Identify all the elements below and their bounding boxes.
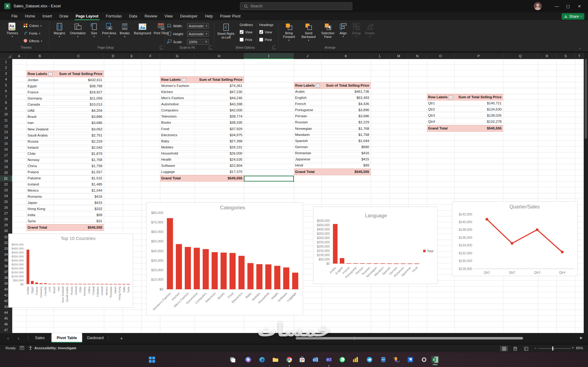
menu-tab-developer[interactable]: Developer (176, 12, 201, 20)
checkbox-icon[interactable]: ✓ (240, 30, 244, 34)
pivot-label-cell[interactable]: Hindi (294, 163, 321, 168)
pivot-value-cell[interactable]: $31 (54, 218, 104, 224)
pivot-value-cell[interactable]: $1,768 (54, 157, 104, 163)
column-header-H[interactable]: H (195, 53, 244, 59)
pivot-label-cell[interactable]: Iran (26, 120, 54, 126)
ribbon-width--dropdown[interactable]: Automatic▾ (187, 23, 209, 29)
new-sheet-button[interactable]: + (120, 336, 123, 341)
column-header-G[interactable]: G (160, 53, 195, 59)
pivot-label-cell[interactable]: Row Labels↓ (294, 83, 321, 88)
power-bi-icon[interactable] (351, 356, 359, 364)
pivot-label-cell[interactable]: Luggage (160, 169, 195, 175)
ribbon-collapse-icon[interactable]: ⌄ (579, 46, 581, 50)
row-header-44[interactable]: 44 (0, 310, 12, 316)
pivot-value-cell[interactable]: $74,361 (195, 83, 244, 89)
start-button[interactable] (148, 356, 156, 364)
share-button[interactable]: Share ▾ (562, 13, 584, 20)
pivot-value-cell[interactable]: $22,804 (195, 163, 244, 169)
dialog-launcher-icon[interactable] (273, 46, 276, 49)
row-header-4[interactable]: 4 (0, 77, 12, 82)
teams-icon[interactable]: T (325, 356, 333, 364)
pivot-label-cell[interactable]: Mobiles (160, 144, 195, 150)
pivot-label-cell[interactable]: Saudi Arabia (26, 133, 54, 138)
row-header-46[interactable]: 46 (0, 321, 12, 327)
column-header-R[interactable]: R (538, 53, 556, 59)
ribbon-gridlines-view-checkbox[interactable]: ✓View (240, 30, 252, 34)
chart-language[interactable]: Language$500,000$450,000$400,000$350,000… (313, 207, 438, 284)
pivot-label-cell[interactable]: Japanese (294, 156, 321, 162)
pivot-label-cell[interactable]: Software (160, 163, 195, 169)
column-header-Q[interactable]: Q (503, 53, 538, 59)
pivot-value-cell[interactable]: $42,000 (195, 107, 244, 113)
ribbon-orientation-button[interactable]: Orientation▾ (69, 22, 87, 39)
close-button[interactable]: ✕ (574, 0, 585, 12)
pivot-value-cell[interactable]: $2,229 (54, 139, 104, 144)
row-header-19[interactable]: 19 (0, 164, 12, 170)
pivot-value-cell[interactable]: $34,975 (195, 132, 244, 138)
files-app-icon[interactable] (406, 356, 414, 364)
menu-tab-home[interactable]: Home (21, 12, 39, 20)
ribbon-headings-print-checkbox[interactable]: Print (259, 38, 272, 42)
column-header-F[interactable]: F (141, 53, 160, 59)
pivot-label-cell[interactable]: India (26, 212, 54, 218)
ribbon-effects-button[interactable]: Effects▾ (23, 39, 42, 43)
pivot-label-cell[interactable]: Canada (26, 102, 54, 107)
sheet-nav-right-icon[interactable]: › (18, 336, 19, 341)
chrome-icon[interactable] (285, 356, 293, 364)
row-header-28[interactable]: 28 (0, 216, 12, 222)
row-header-21[interactable]: 21 (0, 176, 12, 182)
horizontal-scrollbar-thumb[interactable] (296, 337, 523, 339)
pivot-value-cell[interactable]: $1,768 (321, 126, 371, 132)
ribbon-print-area-button[interactable]: Print Area▾ (101, 22, 117, 39)
row-header-47[interactable]: 47 (0, 327, 12, 333)
menu-tab-page-layout[interactable]: Page Layout (72, 12, 102, 20)
pivot-value-cell[interactable]: $545,555 (321, 169, 371, 175)
chart-top-10-countries[interactable]: Top 10 Countries$500,000$450,000$400,000… (8, 234, 133, 308)
edge-icon[interactable] (258, 356, 266, 364)
menu-tab-data[interactable]: Data (125, 12, 141, 20)
telegram-icon[interactable] (366, 356, 374, 364)
dev-tools-icon[interactable] (393, 356, 400, 364)
column-header-D[interactable]: D (104, 53, 123, 59)
copilot-icon[interactable] (244, 356, 252, 364)
ribbon-sheet-right-to-left-button[interactable]: Sheet Right-to-Left (216, 23, 236, 39)
pivot-label-cell[interactable]: Mexico (26, 188, 54, 193)
row-header-27[interactable]: 27 (0, 211, 12, 216)
pivot-label-cell[interactable]: Row Labels↓ (26, 71, 54, 77)
pivot-label-cell[interactable]: Japan (26, 200, 54, 206)
maximize-button[interactable]: ▢ (563, 0, 574, 12)
ribbon-scale--dropdown[interactable]: 100%⇅ (187, 39, 209, 45)
pivot-label-cell[interactable]: Palistine (26, 175, 54, 181)
microsoft-store-icon[interactable] (298, 356, 306, 364)
row-header-9[interactable]: 9 (0, 106, 12, 111)
row-header-16[interactable]: 16 (0, 147, 12, 152)
pivot-value-cell[interactable]: $17,370 (195, 169, 244, 175)
pivot-label-cell[interactable]: Computers (160, 107, 195, 113)
pivot-value-cell[interactable]: $1,485 (54, 182, 104, 187)
file-explorer-icon[interactable] (271, 356, 279, 364)
pivot-value-cell[interactable]: $4,436 (321, 101, 371, 107)
pivot-value-cell[interactable]: $18,927 (54, 89, 104, 95)
pivot-value-cell[interactable]: $2,751 (54, 133, 104, 138)
pivot-value-cell[interactable]: $3,686 (54, 120, 104, 126)
pivot-value-cell[interactable]: $3,896 (321, 107, 371, 113)
column-header-C[interactable]: C (54, 53, 104, 59)
column-header-B[interactable]: B (26, 53, 54, 59)
zoom-slider-thumb[interactable] (552, 346, 553, 350)
ribbon-background-button[interactable]: Background (132, 22, 153, 35)
pivot-label-cell[interactable]: Row Labels↑ (427, 94, 454, 100)
pivot-label-cell[interactable]: German (294, 144, 321, 150)
sheet-tab-sales[interactable]: Sales (30, 333, 50, 343)
pivot-value-cell[interactable]: $38,335 (195, 120, 244, 125)
page-break-view-button[interactable] (522, 346, 530, 351)
pivot-label-cell[interactable]: Grand Total (427, 125, 454, 131)
pivot-label-cell[interactable]: Kitchen (160, 89, 195, 95)
accessibility-status[interactable]: Accessibility: Investigate (34, 346, 76, 350)
column-header-I[interactable]: I (244, 53, 294, 59)
pivot-label-cell[interactable]: Ireland (26, 145, 54, 151)
menu-tab-insert[interactable]: Insert (39, 12, 56, 20)
page-layout-view-button[interactable] (511, 346, 519, 351)
ribbon-height--dropdown[interactable]: Automatic▾ (187, 31, 209, 37)
ribbon-send-backward-button[interactable]: Send Backward▾ (299, 22, 318, 42)
pivot-value-cell[interactable]: $545,555 (195, 175, 244, 181)
